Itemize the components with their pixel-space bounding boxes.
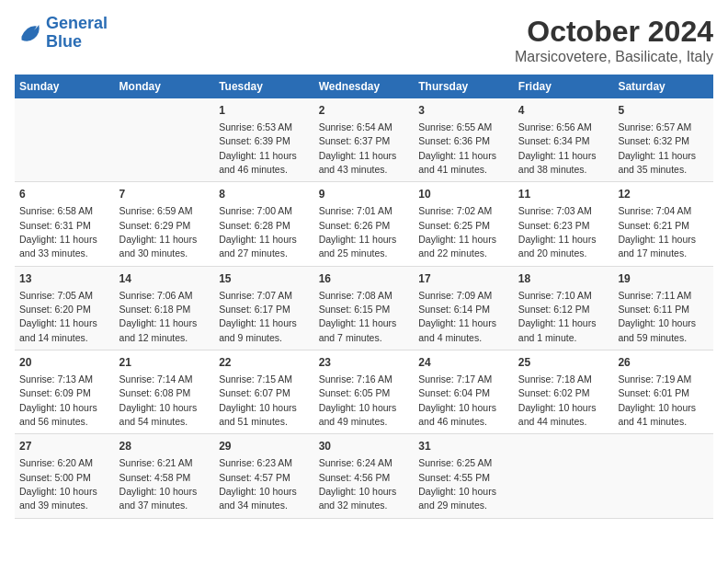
day-cell bbox=[15, 98, 115, 182]
day-info: Sunrise: 7:18 AMSunset: 6:02 PMDaylight:… bbox=[518, 373, 597, 427]
day-number: 7 bbox=[119, 187, 210, 202]
day-cell bbox=[514, 434, 614, 518]
day-number: 11 bbox=[518, 187, 609, 202]
week-row: 27Sunrise: 6:20 AMSunset: 5:00 PMDayligh… bbox=[15, 434, 713, 518]
day-cell: 31Sunrise: 6:25 AMSunset: 4:55 PMDayligh… bbox=[414, 434, 514, 518]
col-header-wednesday: Wednesday bbox=[314, 75, 415, 98]
day-number: 8 bbox=[219, 187, 310, 202]
day-info: Sunrise: 6:58 AMSunset: 6:31 PMDaylight:… bbox=[19, 205, 97, 259]
day-number: 30 bbox=[319, 439, 410, 454]
day-number: 4 bbox=[518, 103, 609, 119]
day-cell: 18Sunrise: 7:10 AMSunset: 6:12 PMDayligh… bbox=[514, 266, 614, 350]
day-cell: 11Sunrise: 7:03 AMSunset: 6:23 PMDayligh… bbox=[514, 182, 614, 266]
day-info: Sunrise: 6:57 AMSunset: 6:32 PMDaylight:… bbox=[618, 121, 696, 175]
day-info: Sunrise: 7:05 AMSunset: 6:20 PMDaylight:… bbox=[19, 290, 97, 343]
week-row: 13Sunrise: 7:05 AMSunset: 6:20 PMDayligh… bbox=[15, 266, 713, 350]
day-cell: 5Sunrise: 6:57 AMSunset: 6:32 PMDaylight… bbox=[613, 98, 713, 182]
day-info: Sunrise: 7:17 AMSunset: 6:04 PMDaylight:… bbox=[418, 373, 496, 427]
calendar-header-row: SundayMondayTuesdayWednesdayThursdayFrid… bbox=[15, 75, 713, 98]
day-number: 23 bbox=[319, 355, 410, 371]
day-number: 17 bbox=[418, 271, 509, 287]
day-info: Sunrise: 7:09 AMSunset: 6:14 PMDaylight:… bbox=[418, 290, 496, 343]
day-info: Sunrise: 7:04 AMSunset: 6:21 PMDaylight:… bbox=[618, 205, 696, 259]
day-cell bbox=[613, 434, 713, 518]
day-cell: 29Sunrise: 6:23 AMSunset: 4:57 PMDayligh… bbox=[214, 434, 314, 518]
week-row: 1Sunrise: 6:53 AMSunset: 6:39 PMDaylight… bbox=[15, 98, 713, 182]
col-header-thursday: Thursday bbox=[414, 75, 514, 98]
day-info: Sunrise: 7:06 AMSunset: 6:18 PMDaylight:… bbox=[119, 290, 198, 343]
day-number: 5 bbox=[618, 103, 709, 119]
day-info: Sunrise: 7:07 AMSunset: 6:17 PMDaylight:… bbox=[219, 290, 297, 343]
day-number: 3 bbox=[418, 103, 509, 119]
calendar-subtitle: Marsicovetere, Basilicate, Italy bbox=[515, 49, 713, 65]
day-cell: 30Sunrise: 6:24 AMSunset: 4:56 PMDayligh… bbox=[314, 434, 415, 518]
day-number: 14 bbox=[119, 271, 210, 287]
day-number: 26 bbox=[618, 355, 709, 371]
day-info: Sunrise: 6:24 AMSunset: 4:56 PMDaylight:… bbox=[319, 457, 397, 511]
day-cell: 16Sunrise: 7:08 AMSunset: 6:15 PMDayligh… bbox=[314, 266, 415, 350]
day-cell: 17Sunrise: 7:09 AMSunset: 6:14 PMDayligh… bbox=[414, 266, 514, 350]
day-number: 27 bbox=[19, 439, 110, 454]
day-number: 13 bbox=[19, 271, 110, 287]
day-info: Sunrise: 6:56 AMSunset: 6:34 PMDaylight:… bbox=[518, 121, 597, 175]
calendar-title: October 2024 bbox=[515, 15, 713, 49]
day-cell: 2Sunrise: 6:54 AMSunset: 6:37 PMDaylight… bbox=[314, 98, 415, 182]
day-info: Sunrise: 6:59 AMSunset: 6:29 PMDaylight:… bbox=[119, 205, 198, 259]
day-info: Sunrise: 7:13 AMSunset: 6:09 PMDaylight:… bbox=[19, 373, 97, 427]
day-number: 18 bbox=[518, 271, 609, 287]
day-number: 25 bbox=[518, 355, 609, 371]
day-cell: 3Sunrise: 6:55 AMSunset: 6:36 PMDaylight… bbox=[414, 98, 514, 182]
day-number: 12 bbox=[618, 187, 709, 202]
day-cell: 27Sunrise: 6:20 AMSunset: 5:00 PMDayligh… bbox=[15, 434, 115, 518]
day-number: 28 bbox=[119, 439, 210, 454]
day-cell: 25Sunrise: 7:18 AMSunset: 6:02 PMDayligh… bbox=[514, 350, 614, 434]
day-info: Sunrise: 7:19 AMSunset: 6:01 PMDaylight:… bbox=[618, 373, 696, 427]
day-cell: 8Sunrise: 7:00 AMSunset: 6:28 PMDaylight… bbox=[214, 182, 314, 266]
day-number: 31 bbox=[418, 439, 509, 454]
day-cell: 1Sunrise: 6:53 AMSunset: 6:39 PMDaylight… bbox=[214, 98, 314, 182]
day-number: 10 bbox=[418, 187, 509, 202]
day-info: Sunrise: 7:14 AMSunset: 6:08 PMDaylight:… bbox=[119, 373, 198, 427]
day-cell: 26Sunrise: 7:19 AMSunset: 6:01 PMDayligh… bbox=[613, 350, 713, 434]
day-info: Sunrise: 7:08 AMSunset: 6:15 PMDaylight:… bbox=[319, 290, 397, 343]
day-cell: 14Sunrise: 7:06 AMSunset: 6:18 PMDayligh… bbox=[115, 266, 215, 350]
day-cell: 4Sunrise: 6:56 AMSunset: 6:34 PMDaylight… bbox=[514, 98, 614, 182]
col-header-friday: Friday bbox=[514, 75, 614, 98]
day-info: Sunrise: 7:01 AMSunset: 6:26 PMDaylight:… bbox=[319, 205, 397, 259]
day-info: Sunrise: 7:15 AMSunset: 6:07 PMDaylight:… bbox=[219, 373, 297, 427]
page-header: General Blue October 2024 Marsicovetere,… bbox=[15, 15, 713, 65]
day-cell: 9Sunrise: 7:01 AMSunset: 6:26 PMDaylight… bbox=[314, 182, 415, 266]
day-number: 2 bbox=[319, 103, 410, 119]
day-info: Sunrise: 6:53 AMSunset: 6:39 PMDaylight:… bbox=[219, 121, 297, 175]
day-number: 22 bbox=[219, 355, 310, 371]
day-cell: 10Sunrise: 7:02 AMSunset: 6:25 PMDayligh… bbox=[414, 182, 514, 266]
logo-icon bbox=[15, 19, 42, 47]
title-block: October 2024 Marsicovetere, Basilicate, … bbox=[515, 15, 713, 65]
day-number: 24 bbox=[418, 355, 509, 371]
day-cell: 19Sunrise: 7:11 AMSunset: 6:11 PMDayligh… bbox=[613, 266, 713, 350]
day-cell: 23Sunrise: 7:16 AMSunset: 6:05 PMDayligh… bbox=[314, 350, 415, 434]
day-number: 1 bbox=[219, 103, 310, 119]
day-cell: 7Sunrise: 6:59 AMSunset: 6:29 PMDaylight… bbox=[115, 182, 215, 266]
day-cell: 12Sunrise: 7:04 AMSunset: 6:21 PMDayligh… bbox=[613, 182, 713, 266]
col-header-tuesday: Tuesday bbox=[214, 75, 314, 98]
day-info: Sunrise: 7:16 AMSunset: 6:05 PMDaylight:… bbox=[319, 373, 397, 427]
day-cell: 28Sunrise: 6:21 AMSunset: 4:58 PMDayligh… bbox=[115, 434, 215, 518]
day-cell: 24Sunrise: 7:17 AMSunset: 6:04 PMDayligh… bbox=[414, 350, 514, 434]
col-header-sunday: Sunday bbox=[15, 75, 115, 98]
day-cell: 22Sunrise: 7:15 AMSunset: 6:07 PMDayligh… bbox=[214, 350, 314, 434]
day-info: Sunrise: 6:54 AMSunset: 6:37 PMDaylight:… bbox=[319, 121, 397, 175]
day-cell: 6Sunrise: 6:58 AMSunset: 6:31 PMDaylight… bbox=[15, 182, 115, 266]
day-cell: 15Sunrise: 7:07 AMSunset: 6:17 PMDayligh… bbox=[214, 266, 314, 350]
day-info: Sunrise: 6:20 AMSunset: 5:00 PMDaylight:… bbox=[19, 457, 97, 511]
day-number: 15 bbox=[219, 271, 310, 287]
day-number: 29 bbox=[219, 439, 310, 454]
day-number: 16 bbox=[319, 271, 410, 287]
day-cell bbox=[115, 98, 215, 182]
day-info: Sunrise: 6:23 AMSunset: 4:57 PMDaylight:… bbox=[219, 457, 297, 511]
day-info: Sunrise: 6:21 AMSunset: 4:58 PMDaylight:… bbox=[119, 457, 198, 511]
day-info: Sunrise: 7:02 AMSunset: 6:25 PMDaylight:… bbox=[418, 205, 496, 259]
day-cell: 13Sunrise: 7:05 AMSunset: 6:20 PMDayligh… bbox=[15, 266, 115, 350]
day-number: 19 bbox=[618, 271, 709, 287]
day-info: Sunrise: 7:03 AMSunset: 6:23 PMDaylight:… bbox=[518, 205, 597, 259]
